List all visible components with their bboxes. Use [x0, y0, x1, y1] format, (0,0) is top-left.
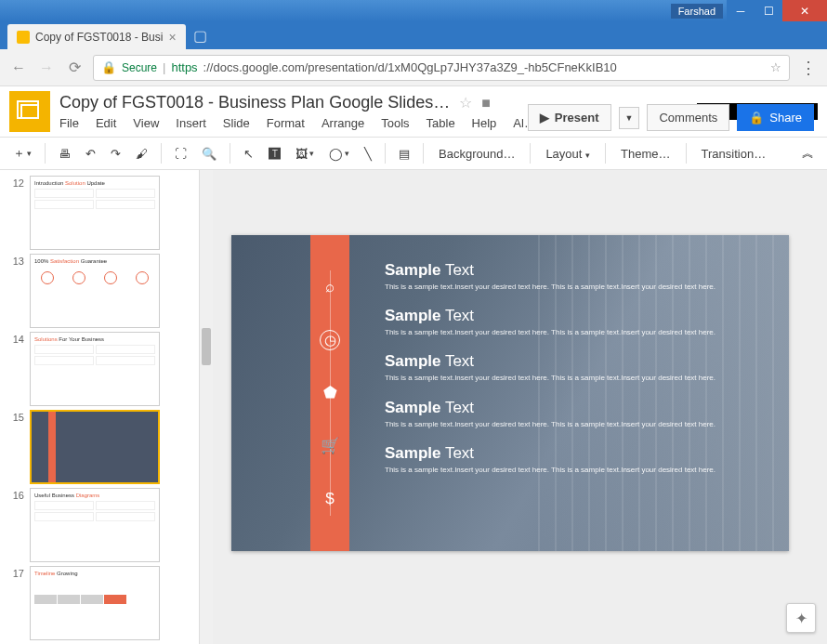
zoom-fit-button[interactable]: ⛶ [169, 143, 192, 164]
move-folder-icon[interactable]: ■ [481, 95, 491, 112]
layout-button[interactable]: Layout ▾ [538, 143, 597, 164]
star-document-icon[interactable]: ☆ [459, 94, 472, 112]
tab-title: Copy of FGST0018 - Busi [35, 31, 163, 44]
theme-button[interactable]: Theme… [613, 143, 677, 164]
collapse-toolbar-button[interactable]: ︽ [796, 141, 820, 165]
address-bar[interactable]: 🔒 Secure | https://docs.google.com/prese… [93, 55, 790, 81]
slide-heading: Sample Text [385, 399, 752, 417]
tab-close-icon[interactable]: × [168, 30, 176, 45]
thumb-number: 15 [6, 410, 24, 484]
redo-button[interactable]: ↷ [105, 143, 126, 164]
comments-button[interactable]: Comments [647, 104, 729, 131]
slide-canvas[interactable]: ⌕ ◷ ⬟ 🛒 $ Sample Text This is a sample t… [231, 235, 789, 551]
slide-body-text: This is a sample text.Insert your desire… [385, 327, 752, 337]
slide-thumbnail-panel[interactable]: 12 Introduction Solution Update 13 100% … [0, 170, 200, 644]
browser-tab-strip: Copy of FGST0018 - Busi × ▢ [0, 21, 827, 49]
slide-body-text: This is a sample text.Insert your desire… [385, 282, 752, 292]
zoom-button[interactable]: 🔍 [196, 143, 222, 164]
comment-insert-button[interactable]: ▤ [393, 143, 415, 164]
thumb-number: 12 [6, 176, 24, 250]
back-button[interactable]: ← [9, 59, 28, 76]
image-button[interactable]: 🖼▾ [290, 143, 320, 164]
forward-button[interactable]: → [37, 59, 56, 76]
scrollbar-thumb[interactable] [202, 328, 211, 365]
print-button[interactable]: 🖶 [53, 143, 76, 164]
window-titlebar: Farshad ─ ☐ ✕ [0, 0, 827, 21]
slide-body-text: This is a sample text.Insert your desire… [385, 373, 752, 383]
background-button[interactable]: Background… [431, 143, 522, 164]
secure-label: Secure [122, 61, 157, 74]
url-protocol: https [171, 60, 197, 74]
search-icon: ⌕ [320, 277, 340, 297]
menu-file[interactable]: File [59, 116, 79, 130]
menu-slide[interactable]: Slide [223, 116, 250, 130]
shield-icon: ⬟ [320, 383, 340, 403]
thumb-number: 17 [6, 566, 24, 640]
window-close-button[interactable]: ✕ [782, 0, 827, 21]
menu-edit[interactable]: Edit [96, 116, 116, 130]
menu-help[interactable]: Help [472, 116, 497, 130]
slide-thumbnail-17[interactable]: Timeline Growing [30, 566, 160, 640]
slide-heading: Sample Text [385, 307, 752, 325]
present-dropdown-button[interactable]: ▼ [619, 107, 640, 129]
explore-button[interactable]: ✦ [786, 603, 816, 633]
slide-thumbnail-12[interactable]: Introduction Solution Update [30, 176, 160, 250]
slide-heading: Sample Text [385, 261, 752, 280]
browser-tab[interactable]: Copy of FGST0018 - Busi × [7, 24, 186, 49]
main-area: 12 Introduction Solution Update 13 100% … [0, 170, 827, 644]
select-tool-button[interactable]: ↖ [238, 143, 259, 164]
window-maximize-button[interactable]: ☐ [755, 0, 782, 21]
bookmark-star-icon[interactable]: ☆ [770, 60, 781, 74]
chevron-down-icon: ▼ [625, 113, 634, 123]
dollar-icon: $ [320, 489, 340, 509]
menu-arrange[interactable]: Arrange [322, 116, 364, 130]
slide-heading: Sample Text [385, 444, 752, 463]
transition-button[interactable]: Transition… [694, 143, 774, 164]
menu-view[interactable]: View [133, 116, 159, 130]
clock-icon: ◷ [320, 330, 340, 350]
share-button[interactable]: 🔒Share [737, 104, 814, 131]
slide-body-text: This is a sample text.Insert your desire… [385, 465, 752, 475]
slides-logo-icon[interactable] [9, 91, 50, 132]
play-icon: ▶ [540, 111, 549, 125]
slide-thumbnail-16[interactable]: Useful Business Diagrams [30, 488, 160, 562]
slide-thumbnail-14[interactable]: Solutions For Your Business [30, 332, 160, 406]
new-tab-button[interactable]: ▢ [186, 27, 215, 45]
thumb-number: 13 [6, 254, 24, 328]
lock-icon: 🔒 [101, 60, 116, 74]
slide-thumbnail-13[interactable]: 100% Satisfaction Guarantee [30, 254, 160, 328]
present-button[interactable]: ▶Present [528, 104, 611, 131]
browser-toolbar: ← → ⟳ 🔒 Secure | https://docs.google.com… [0, 49, 827, 86]
toolbar: ＋▾ 🖶 ↶ ↷ 🖌 ⛶ 🔍 ↖ 🆃 🖼▾ ◯▾ ╲ ▤ Background…… [0, 137, 827, 170]
slide-heading: Sample Text [385, 352, 752, 371]
paint-format-button[interactable]: 🖌 [130, 143, 153, 164]
browser-menu-button[interactable]: ⋮ [799, 58, 818, 78]
slide-body-text: This is a sample text.Insert your desire… [385, 419, 752, 429]
slide-icon-strip: ⌕ ◷ ⬟ 🛒 $ [310, 235, 349, 551]
lock-icon: 🔒 [749, 111, 764, 125]
window-user-badge[interactable]: Farshad [671, 4, 723, 19]
url-path: ://docs.google.com/presentation/d/1xM0Qg… [203, 60, 765, 74]
thumb-number: 16 [6, 488, 24, 562]
line-button[interactable]: ╲ [359, 143, 377, 164]
menu-tools[interactable]: Tools [381, 116, 409, 130]
shape-button[interactable]: ◯▾ [323, 143, 355, 164]
menu-insert[interactable]: Insert [176, 116, 206, 130]
explore-icon: ✦ [795, 610, 807, 627]
slides-favicon-icon [17, 31, 30, 44]
slide-text-content[interactable]: Sample Text This is a sample text.Insert… [385, 261, 752, 490]
thumbnail-scrollbar[interactable] [200, 170, 213, 644]
menu-table[interactable]: Table [427, 116, 455, 130]
app-header: Copy of FGST0018 - Business Plan Google … [0, 86, 827, 137]
slide-canvas-area[interactable]: ⌕ ◷ ⬟ 🛒 $ Sample Text This is a sample t… [213, 170, 827, 644]
undo-button[interactable]: ↶ [80, 143, 101, 164]
menu-format[interactable]: Format [267, 116, 305, 130]
window-minimize-button[interactable]: ─ [727, 0, 755, 21]
slide-thumbnail-15[interactable] [30, 410, 160, 484]
textbox-button[interactable]: 🆃 [263, 143, 286, 164]
new-slide-button[interactable]: ＋▾ [7, 141, 37, 165]
reload-button[interactable]: ⟳ [65, 59, 84, 76]
cart-icon: 🛒 [320, 436, 340, 456]
thumb-number: 14 [6, 332, 24, 406]
document-title[interactable]: Copy of FGST0018 - Business Plan Google … [59, 93, 450, 112]
